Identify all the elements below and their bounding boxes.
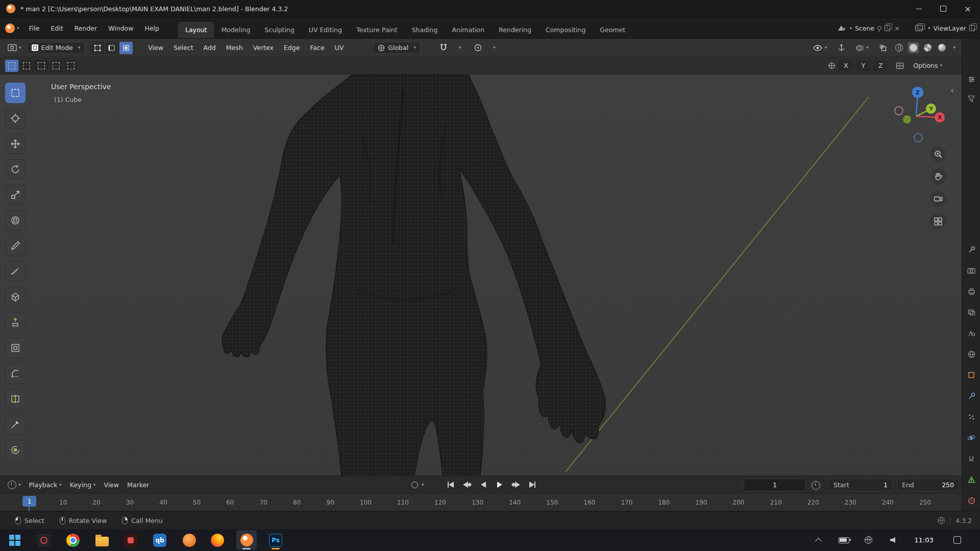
menu-item[interactable]: Window <box>103 22 139 35</box>
proportional-editing-toggle[interactable] <box>471 42 485 54</box>
show-gizmo-toggle[interactable] <box>834 42 849 54</box>
viewport-menu-item[interactable]: Face <box>305 41 329 54</box>
modifiers-tab-icon[interactable] <box>967 391 976 400</box>
mirror-z-button[interactable]: Z <box>873 60 888 71</box>
tool-cursor[interactable] <box>5 108 26 129</box>
tray-expand-button[interactable] <box>811 529 826 551</box>
select-set-button[interactable] <box>5 60 18 72</box>
object-tab-icon[interactable] <box>967 370 976 380</box>
mirror-y-button[interactable]: Y <box>856 60 870 71</box>
chevron-down-icon[interactable]: ▾ <box>849 26 852 31</box>
select-intersect-button[interactable] <box>64 60 78 72</box>
viewport-menu-item[interactable]: Mesh <box>221 41 248 54</box>
show-overlays-toggle[interactable]: ▾ <box>852 42 872 54</box>
taskbar-app-orange[interactable] <box>179 530 200 550</box>
navigation-gizmo[interactable]: Z Y X <box>888 83 949 144</box>
tool-poly-build[interactable] <box>5 440 26 460</box>
unlink-scene-icon[interactable]: × <box>893 24 901 32</box>
axis-neg-x-ball[interactable] <box>895 107 903 115</box>
menu-item[interactable]: Render <box>69 22 103 35</box>
scene-tab-icon[interactable] <box>967 329 976 338</box>
tab-rendering[interactable]: Rendering <box>492 22 538 38</box>
tab-modeling[interactable]: Modeling <box>214 22 257 38</box>
auto-keying-toggle[interactable]: ▾ <box>411 476 424 493</box>
transform-pivot-icon[interactable] <box>828 62 836 69</box>
data-tab-icon[interactable] <box>967 475 976 484</box>
close-button[interactable]: × <box>955 0 980 17</box>
face-select-button[interactable] <box>119 42 133 54</box>
viewport-menu-item[interactable]: View <box>143 41 168 54</box>
toggle-ortho-button[interactable] <box>930 213 946 230</box>
battery-indicator[interactable] <box>835 529 852 551</box>
zoom-button[interactable] <box>930 146 946 162</box>
timecode-icon[interactable] <box>812 481 820 490</box>
timeline-view-menu[interactable]: View <box>100 479 122 491</box>
jump-to-end-button[interactable] <box>527 479 538 490</box>
next-keyframe-button[interactable] <box>510 479 522 490</box>
menu-item[interactable]: Edit <box>45 22 68 35</box>
taskbar-blender[interactable] <box>236 530 257 550</box>
tool-knife[interactable] <box>5 414 26 435</box>
maximize-button[interactable] <box>931 0 955 17</box>
select-invert-button[interactable] <box>50 60 63 72</box>
transform-orientation-dropdown[interactable]: Global ▾ <box>373 42 420 54</box>
axis-neg-y-ball[interactable] <box>903 115 911 123</box>
shading-material-button[interactable] <box>922 42 933 53</box>
proportional-falloff-dropdown[interactable]: ▾ <box>487 43 499 52</box>
tab-texture-paint[interactable]: Texture Paint <box>349 22 405 38</box>
notification-button[interactable] <box>948 529 966 551</box>
tool-loop-cut[interactable] <box>5 389 26 409</box>
viewport-menu-item[interactable]: Select <box>168 41 199 54</box>
scene-name[interactable]: Scene <box>855 24 874 32</box>
tool-select-box[interactable] <box>5 83 26 103</box>
tool-transform[interactable] <box>5 210 26 231</box>
axis-neg-z-ball[interactable] <box>914 134 922 142</box>
viewport-menu-item[interactable]: Add <box>199 41 221 54</box>
constraints-tab-icon[interactable] <box>967 454 976 463</box>
tool-annotate[interactable] <box>5 236 26 256</box>
frame-ruler[interactable]: 1 10203040506070809010011012013014015016… <box>0 494 962 511</box>
taskbar-photoshop[interactable]: Ps <box>265 530 286 550</box>
chevron-down-icon[interactable]: ▾ <box>928 26 930 31</box>
play-reverse-button[interactable] <box>478 479 489 490</box>
edge-select-button[interactable] <box>105 42 118 54</box>
collapse-panel-arrow[interactable]: ‹ <box>950 86 954 95</box>
visibility-dropdown[interactable]: ▾ <box>810 43 830 53</box>
tool-options-dropdown[interactable]: Options ▾ <box>913 62 942 69</box>
snap-settings-dropdown[interactable]: ▾ <box>453 43 465 52</box>
start-button[interactable] <box>5 530 25 550</box>
viewlayer-tab-icon[interactable] <box>967 308 976 317</box>
world-tab-icon[interactable] <box>967 349 976 359</box>
tool-inset-faces[interactable] <box>5 338 26 358</box>
network-indicator[interactable] <box>861 529 876 551</box>
taskbar-file-explorer[interactable] <box>92 530 112 550</box>
clock[interactable]: 11:03 <box>909 529 939 551</box>
marker-menu[interactable]: Marker <box>124 479 153 491</box>
xray-toggle[interactable] <box>875 42 890 54</box>
snap-toggle[interactable] <box>436 42 451 54</box>
tab-sculpting[interactable]: Sculpting <box>257 22 301 38</box>
frame-end-field[interactable]: End250 <box>897 479 959 491</box>
taskbar-app-dark[interactable] <box>34 530 54 550</box>
tool-extrude-region[interactable] <box>5 312 26 333</box>
tab-animation[interactable]: Animation <box>445 22 492 38</box>
timeline-editor-type-button[interactable]: ▾ <box>4 479 24 491</box>
tab-shading[interactable]: Shading <box>405 22 445 38</box>
select-extend-button[interactable] <box>20 60 33 72</box>
tool-bevel[interactable] <box>5 363 26 384</box>
snap-face-icon[interactable] <box>896 62 904 69</box>
prev-keyframe-button[interactable] <box>461 479 473 490</box>
camera-view-button[interactable] <box>930 191 946 207</box>
taskbar-firefox[interactable] <box>207 530 228 550</box>
tab-geometry-nodes[interactable]: Geomet <box>593 22 632 38</box>
blender-menu-button[interactable]: ▾ <box>0 23 23 33</box>
current-frame-field[interactable]: 1 <box>744 479 806 491</box>
mode-dropdown[interactable]: Edit Mode ▾ <box>27 42 85 54</box>
mirror-x-button[interactable]: X <box>839 60 853 71</box>
taskbar-app-chrome[interactable] <box>63 530 83 550</box>
shading-wireframe-button[interactable] <box>894 42 904 53</box>
viewport-canvas[interactable]: User Perspective (1) Cube ‹ <box>0 74 962 475</box>
minimize-button[interactable] <box>906 0 931 17</box>
particles-tab-icon[interactable] <box>967 412 976 421</box>
vertex-select-button[interactable] <box>91 42 104 54</box>
